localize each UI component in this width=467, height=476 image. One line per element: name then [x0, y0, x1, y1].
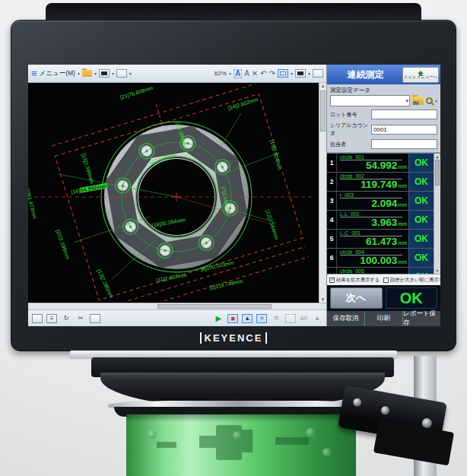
af-label[interactable]: AF — [300, 315, 308, 322]
measure-settings-form: 測定設定データ IM ▾ ロット番号 シリアルカウンタ 0001 — [327, 84, 440, 153]
panel-title: 連続測定 — [329, 68, 402, 81]
stage-icon[interactable] — [32, 314, 43, 323]
zoom-level[interactable]: 62% — [214, 70, 227, 77]
result-value: 61.473 — [366, 236, 397, 247]
results-scrollbar[interactable]: ▲ ▼ — [434, 154, 440, 274]
cancel-save-button[interactable]: 保存取消 — [327, 311, 364, 326]
layers-icon[interactable]: ≡ — [46, 314, 57, 323]
result-main: circle_001 54.992mm — [337, 154, 408, 172]
monitor-bezel: ≡ メニュー(M) ▾ ▾ ▾ ▾ 62% ▾ A A ✕ ↶ ↷ — [11, 20, 456, 351]
focus-up-icon[interactable]: ▲ — [242, 314, 253, 323]
result-unit: mm — [398, 240, 407, 246]
contrast-caret-icon[interactable]: ▾ — [308, 71, 310, 76]
result-row[interactable]: 3 r_003 2.094mm OK — [327, 192, 434, 211]
result-row[interactable]: 7 circle_005 2.604mm OK — [327, 268, 434, 274]
result-value: 119.749 — [361, 179, 397, 190]
save-report-button[interactable]: レポート保存 — [402, 311, 440, 326]
delete-icon[interactable]: ✕ — [252, 70, 258, 78]
stop-icon[interactable]: ■ — [227, 314, 238, 323]
status-badge: OK — [408, 268, 434, 274]
zoom-caret-icon[interactable]: ▾ — [229, 71, 231, 76]
result-name: circle_005 — [340, 268, 402, 274]
contrast-icon[interactable] — [295, 69, 306, 78]
status-badge: OK — [408, 249, 434, 267]
workspace-column: ≡ メニュー(M) ▾ ▾ ▾ ▾ 62% ▾ A A ✕ ↶ ↷ — [28, 65, 326, 326]
result-row[interactable]: 4 L-L_001 3.963mm OK — [327, 211, 434, 230]
zoom-results-checkbox[interactable]: 結果を拡大表示する — [329, 277, 380, 284]
im-folder-icon[interactable]: IM — [412, 97, 424, 105]
serial-label: シリアルカウンタ — [330, 122, 370, 137]
dataset-caret-icon[interactable]: ▾ — [435, 98, 437, 103]
checkbox-label: 結果を拡大表示する — [336, 277, 380, 284]
result-row[interactable]: 6 circle_004 100.003mm OK — [327, 249, 434, 268]
checkbox-unchecked-icon — [383, 278, 389, 283]
panel-header: 連続測定 メインメニューへ — [327, 65, 440, 84]
result-main: circle_002 119.749mm — [337, 173, 408, 191]
annotation-settings-icon[interactable] — [313, 69, 323, 78]
canvas-wrap: [21]76.608mm [14]2.602mm [3]2.094mm [4]3… — [28, 83, 326, 303]
home-icon — [418, 71, 424, 74]
sort-by-error-checkbox[interactable]: 誤差が大きい順に表示する — [383, 277, 448, 284]
product-photo-scene: ≡ メニュー(M) ▾ ▾ ▾ ▾ 62% ▾ A A ✕ ↶ ↷ — [0, 0, 467, 476]
open-file-icon[interactable] — [82, 70, 92, 77]
print-button[interactable]: 印刷 — [364, 311, 402, 326]
save-image-icon[interactable] — [99, 69, 110, 78]
result-index: 6 — [327, 249, 337, 267]
capture-toolbar: ≡ ↻ ✂ ▶ ■ ▲ ≈ ⚙ AF ▲ — [28, 309, 326, 326]
status-badge: OK — [408, 173, 434, 191]
result-index: 2 — [327, 173, 337, 191]
save-caret-icon[interactable]: ▾ — [112, 71, 114, 76]
scissors-icon[interactable]: ✂ — [75, 314, 86, 323]
status-badge: OK — [408, 154, 434, 172]
menu-caret-icon[interactable]: ▾ — [78, 71, 80, 76]
image-icon[interactable] — [90, 314, 100, 323]
hamburger-menu-icon[interactable]: ≡ — [31, 68, 37, 78]
status-badge: OK — [408, 230, 434, 248]
result-index: 1 — [327, 154, 337, 172]
keyence-logo: KEYENCE — [200, 332, 268, 344]
lot-input[interactable] — [371, 109, 437, 119]
rotate-icon[interactable]: ↻ — [61, 314, 71, 323]
checkbox-label: 誤差が大きい順に表示する — [390, 277, 448, 284]
multi-focus-icon[interactable]: ≈ — [256, 314, 267, 323]
result-index: 7 — [327, 268, 337, 274]
redo-icon[interactable]: ↷ — [269, 70, 275, 78]
operator-input[interactable] — [371, 139, 437, 149]
main-menu-button[interactable]: メインメニューへ — [402, 67, 439, 83]
dataset-label: 測定設定データ — [330, 87, 437, 94]
result-unit: mm — [398, 183, 407, 189]
print-icon[interactable] — [116, 69, 127, 78]
print-caret-icon[interactable]: ▾ — [129, 71, 132, 76]
result-row[interactable]: 5 L-C_001 61.473mm OK — [327, 230, 434, 249]
result-main: L-C_001 61.473mm — [337, 230, 408, 248]
dataset-select[interactable] — [330, 95, 410, 106]
status-badge: OK — [408, 211, 434, 229]
display-caret-icon[interactable]: ▾ — [291, 71, 293, 76]
lot-label: ロット番号 — [330, 111, 370, 119]
result-unit: mm — [398, 202, 407, 208]
checkbox-checked-icon — [329, 278, 335, 283]
display-mode-icon[interactable] — [278, 69, 288, 78]
play-icon[interactable]: ▶ — [213, 314, 224, 323]
result-row[interactable]: 1 circle_001 54.992mm OK — [327, 154, 434, 173]
search-icon[interactable] — [426, 97, 433, 104]
auto-adjust-icon[interactable]: ▲ — [312, 314, 322, 323]
canvas-vertical-scrollbar[interactable]: ▲ ▼ — [319, 83, 326, 303]
measurement-image-canvas[interactable]: [21]76.608mm [14]2.602mm [3]2.094mm [4]3… — [28, 83, 319, 303]
undo-icon[interactable]: ↶ — [260, 70, 266, 78]
menu-button[interactable]: メニュー(M) — [40, 69, 75, 78]
measurement-software-screen: ≡ メニュー(M) ▾ ▾ ▾ ▾ 62% ▾ A A ✕ ↶ ↷ — [28, 65, 440, 326]
select-all-icon[interactable]: A — [234, 69, 242, 78]
deselect-icon[interactable]: A — [244, 70, 249, 78]
next-button[interactable]: 次へ — [330, 287, 383, 309]
settings-gear-icon[interactable]: ⚙ — [271, 314, 281, 323]
canvas-horizontal-scrollbar[interactable] — [28, 303, 326, 309]
continuous-measure-panel: 連続測定 メインメニューへ 測定設定データ IM ▾ ロッ — [326, 65, 440, 326]
ok-button[interactable]: OK — [386, 287, 438, 309]
light-icon[interactable] — [285, 314, 296, 323]
result-main: r_003 2.094mm — [337, 192, 408, 210]
result-row[interactable]: 2 circle_002 119.749mm OK — [327, 173, 434, 192]
open-caret-icon[interactable]: ▾ — [94, 71, 97, 76]
result-value: 3.963 — [372, 217, 398, 228]
serial-input[interactable]: 0001 — [371, 125, 437, 135]
